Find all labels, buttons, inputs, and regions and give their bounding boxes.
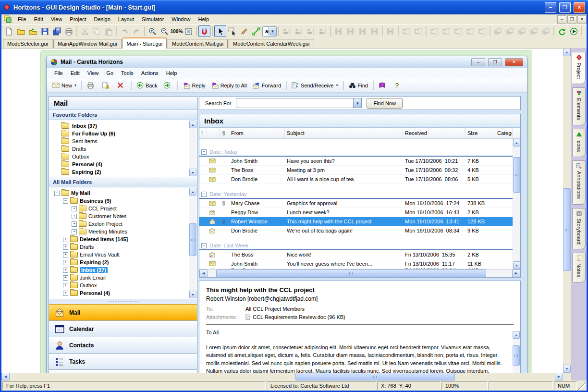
save-all-button[interactable] xyxy=(51,25,63,37)
distribute-v-button[interactable] xyxy=(344,25,356,37)
reply-button[interactable]: Reply xyxy=(180,80,208,90)
attachment-name[interactable]: CCL Requirements Review.doc (96 KB) xyxy=(253,314,345,320)
separator[interactable] xyxy=(278,26,279,36)
tree-item[interactable]: + Outbox xyxy=(49,282,197,289)
mail-menu-item[interactable]: File xyxy=(50,69,67,77)
separator[interactable] xyxy=(426,26,427,36)
separator[interactable] xyxy=(398,26,399,36)
message-row[interactable]: Robert Winston This might help with the … xyxy=(199,217,513,226)
message-row[interactable]: Mary Chase Graphics for approval Mon 16/… xyxy=(199,199,513,208)
tool-tab[interactable]: Project xyxy=(572,52,586,84)
send-receive-button[interactable]: Send/Receive xyxy=(289,80,341,90)
message-list-scrollbar[interactable]: ▲ ▼ xyxy=(513,139,520,269)
menu-item[interactable]: Project xyxy=(66,15,90,23)
tree-item[interactable]: + Personal (4) xyxy=(49,289,197,297)
separator[interactable] xyxy=(343,81,344,90)
scroll-thumb[interactable] xyxy=(295,373,455,380)
copy-button[interactable] xyxy=(91,25,103,37)
separator[interactable] xyxy=(382,26,383,36)
refresh-button[interactable] xyxy=(556,25,568,37)
document-tab[interactable]: ModeSelector.gui xyxy=(3,39,52,48)
favourite-folder-item[interactable]: Drafts xyxy=(49,145,197,153)
tool-tab[interactable]: Icons xyxy=(572,129,586,157)
favourites-scrollbar[interactable]: ▲ ▼ xyxy=(189,121,196,176)
scroll-thumb[interactable] xyxy=(513,157,520,193)
save-button[interactable] xyxy=(39,25,51,37)
reply-to-all-button[interactable]: Reply to All xyxy=(208,80,250,90)
find-now-button[interactable]: Find Now xyxy=(367,98,402,109)
tree-expander[interactable]: + xyxy=(72,229,77,234)
zoom-out-button[interactable] xyxy=(159,25,171,37)
tree-expander[interactable]: + xyxy=(72,221,77,227)
select-box-tool-button[interactable] xyxy=(226,25,238,37)
message-row[interactable]: John Smith Have you seen this? Tue 17/10… xyxy=(199,157,513,166)
connector-tool-button[interactable] xyxy=(250,25,262,37)
same-size-button[interactable] xyxy=(452,25,464,37)
help-button[interactable] xyxy=(391,80,405,90)
menu-item[interactable]: Edit xyxy=(30,15,47,23)
cut-button[interactable] xyxy=(79,25,91,37)
menu-item[interactable]: View xyxy=(47,15,66,23)
separator[interactable] xyxy=(330,26,331,36)
bring-front-button[interactable] xyxy=(492,25,504,37)
fit-width-button[interactable] xyxy=(464,25,476,37)
column-status[interactable] xyxy=(207,128,220,138)
design-canvas[interactable]: Mail - Caretta Horizons ‒ ❐ ✕ FileEditVi… xyxy=(1,48,563,373)
scroll-up-icon[interactable]: ▲ xyxy=(189,121,196,128)
separator[interactable] xyxy=(286,81,287,90)
group-collapse-icon[interactable]: − xyxy=(201,149,207,155)
nav-button[interactable] xyxy=(49,369,197,373)
send-backward-button[interactable] xyxy=(528,25,540,37)
tree-expander[interactable]: + xyxy=(72,206,77,211)
canvas-horizontal-scrollbar[interactable]: ◀ ▶ xyxy=(1,373,563,380)
same-height-button[interactable] xyxy=(440,25,452,37)
mail-menu-item[interactable]: View xyxy=(84,69,103,77)
swap-button[interactable] xyxy=(384,25,396,37)
tree-expander[interactable]: + xyxy=(72,214,77,219)
separator[interactable] xyxy=(76,26,77,36)
scroll-up-icon[interactable]: ▲ xyxy=(513,331,520,339)
message-row[interactable]: Don Brodie Fri 13/10/2006 09:04 4 KB xyxy=(199,269,513,269)
nav-button[interactable]: Calendar xyxy=(49,320,197,337)
minimize-button[interactable]: ‒ xyxy=(545,2,556,13)
tree-item[interactable]: + Inbox (37) xyxy=(49,266,197,274)
maximize-button[interactable]: ❐ xyxy=(559,2,571,13)
message-row[interactable]: Don Brodie All I want is a nice cup of t… xyxy=(199,175,513,184)
mail-menu-item[interactable]: Help xyxy=(162,69,181,77)
scroll-down-icon[interactable]: ▼ xyxy=(513,261,520,269)
find-button[interactable]: Find xyxy=(346,80,371,90)
open-button[interactable] xyxy=(15,25,27,37)
group-button[interactable] xyxy=(540,25,552,37)
nav-button[interactable]: Tasks xyxy=(49,353,197,369)
scroll-thumb[interactable] xyxy=(563,188,571,271)
zoom-100-button[interactable]: 100% xyxy=(171,25,183,37)
zoom-fit-button[interactable] xyxy=(183,25,195,37)
document-tab[interactable]: ModeContent CalendarWeek.gui xyxy=(229,39,314,48)
mail-menu-item[interactable]: Actions xyxy=(137,69,162,77)
scroll-down-icon[interactable]: ▼ xyxy=(563,365,571,373)
tree-item[interactable]: − My Mail xyxy=(49,189,197,197)
separator[interactable] xyxy=(196,26,197,36)
nav-button[interactable]: Mail xyxy=(49,304,197,320)
favourite-folder-item[interactable]: Sent Items xyxy=(49,137,197,145)
import-button[interactable] xyxy=(27,25,39,37)
mail-minimize-button[interactable]: ‒ xyxy=(471,58,485,66)
separator[interactable] xyxy=(581,26,582,36)
tree-expander[interactable]: + xyxy=(63,283,68,288)
mail-close-button[interactable]: ✕ xyxy=(505,58,523,66)
column-size[interactable]: Size xyxy=(466,128,495,138)
align-left-button[interactable] xyxy=(281,25,293,37)
run-simulation-button[interactable] xyxy=(568,25,580,37)
scroll-thumb[interactable] xyxy=(189,223,196,256)
tree-expander[interactable]: + xyxy=(63,275,68,281)
tool-tab[interactable]: Storyboard xyxy=(572,208,586,250)
tree-item[interactable]: + Expiring (2) xyxy=(49,258,197,266)
document-tab[interactable]: ModeContent Mail.gui xyxy=(168,39,228,48)
separator[interactable] xyxy=(116,26,117,36)
tool-tab[interactable]: Annotations xyxy=(572,160,586,204)
scroll-right-icon[interactable]: ▶ xyxy=(555,373,563,380)
scroll-right-icon[interactable]: ▶ xyxy=(512,270,520,277)
print-button[interactable] xyxy=(63,25,75,37)
tree-scrollbar[interactable]: ▲ ▼ xyxy=(189,188,196,298)
menu-item[interactable]: File xyxy=(14,15,30,23)
